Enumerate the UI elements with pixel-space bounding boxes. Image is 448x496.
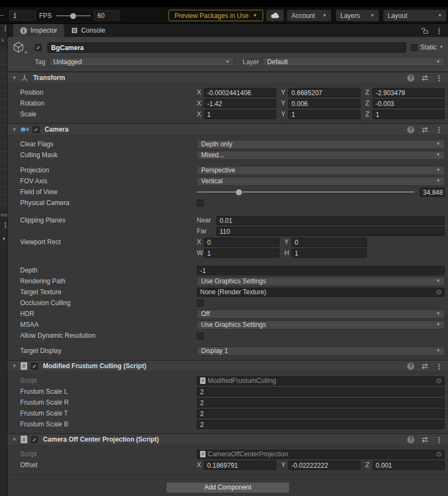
- rotation-x-input[interactable]: -1.42: [204, 99, 276, 108]
- viewport-w-input[interactable]: 1: [204, 249, 279, 258]
- fov-slider[interactable]: [197, 191, 414, 193]
- help-icon[interactable]: ?: [407, 436, 414, 443]
- gameobject-icon-button[interactable]: ▼: [12, 41, 28, 54]
- help-icon[interactable]: ?: [407, 126, 414, 133]
- scale-z-input[interactable]: 1: [372, 110, 445, 119]
- frustum-scale-b-input[interactable]: 2: [197, 420, 445, 429]
- camera-enabled-checkbox[interactable]: ✓: [33, 126, 40, 133]
- foldout-arrow-icon[interactable]: ▼: [12, 364, 17, 369]
- culling-mask-row: Culling Mask Mixed...▼: [8, 150, 448, 160]
- rendering-path-dropdown[interactable]: Use Graphics Settings▼: [197, 277, 445, 286]
- culling-mask-dropdown[interactable]: Mixed...▼: [197, 151, 445, 160]
- far-clip-input[interactable]: 110: [216, 227, 445, 236]
- fov-value-input[interactable]: 34.848: [420, 188, 445, 197]
- script-icon: #: [200, 451, 206, 457]
- kebab-menu-icon[interactable]: ⋮: [435, 75, 443, 82]
- tab-console[interactable]: Console: [64, 24, 112, 37]
- msaa-dropdown[interactable]: Use Graphics Settings▼: [197, 320, 445, 330]
- kebab-menu-icon[interactable]: ⋮: [435, 436, 443, 443]
- hdr-dropdown[interactable]: Off▼: [197, 309, 445, 319]
- layer-dropdown[interactable]: Default ▼: [263, 57, 445, 66]
- preview-packages-button[interactable]: Preview Packages in Use ▼: [169, 10, 263, 21]
- fps-slider-thumb[interactable]: [70, 13, 76, 19]
- gameobject-name-input[interactable]: BgCamera: [47, 42, 406, 53]
- frustum-culling-header[interactable]: ▼ # ✓ Modified Frustum Culling (Script) …: [8, 360, 448, 372]
- kebab-menu-icon[interactable]: ⋮: [435, 27, 443, 34]
- script-row: Script #CameraOffCenterProjection⊙: [8, 449, 448, 460]
- presets-icon[interactable]: [421, 363, 428, 370]
- tab-inspector[interactable]: i Inspector: [13, 24, 64, 37]
- layout-dropdown[interactable]: Layout ▼: [383, 10, 446, 21]
- static-control[interactable]: Static ▼: [410, 44, 445, 51]
- tag-dropdown[interactable]: Untagged ▼: [49, 57, 234, 66]
- rotation-y-input[interactable]: 0.006: [288, 99, 360, 108]
- physical-camera-checkbox[interactable]: [197, 200, 204, 207]
- script-object-field[interactable]: #ModifiedFrustumCulling⊙: [197, 376, 445, 386]
- off-center-projection-header[interactable]: ▼ # ✓ Camera Off Center Projection (Scri…: [8, 433, 448, 445]
- fps-max-input[interactable]: 60: [94, 10, 120, 21]
- viewport-x-input[interactable]: 0: [204, 238, 279, 247]
- account-dropdown[interactable]: Account ▼: [287, 10, 331, 21]
- object-picker-icon[interactable]: ⊙: [436, 451, 441, 457]
- offset-x-input[interactable]: 0.1869791: [204, 461, 276, 470]
- kebab-menu-icon[interactable]: ⋮: [435, 363, 443, 370]
- gameobject-header: ▼ ✓ BgCamera Static ▼ Tag Untagged ▼: [8, 37, 448, 72]
- cloud-button[interactable]: [266, 10, 284, 21]
- frustum-scale-l-input[interactable]: 2: [197, 387, 445, 396]
- help-icon[interactable]: ?: [407, 75, 414, 82]
- script-object-field[interactable]: #CameraOffCenterProjection⊙: [197, 450, 445, 459]
- help-icon[interactable]: ?: [407, 363, 414, 370]
- chevron-down-icon: ▼: [436, 323, 440, 327]
- inspector-panel: i Inspector Console: [8, 24, 448, 496]
- transform-header[interactable]: ▼ Transform ? ⋮: [8, 72, 448, 84]
- frustum-scale-t-row: Frustum Scale T 2: [8, 408, 448, 419]
- dynamic-resolution-checkbox[interactable]: [197, 332, 204, 339]
- foldout-arrow-icon[interactable]: ▼: [12, 76, 17, 80]
- gameobject-active-checkbox[interactable]: ✓: [35, 44, 42, 51]
- position-z-input[interactable]: -2.903479: [372, 88, 445, 97]
- add-component-button[interactable]: Add Component: [166, 482, 290, 493]
- offset-y-input[interactable]: -0.02222222: [288, 461, 360, 470]
- chevron-down-icon[interactable]: ▼: [2, 237, 6, 241]
- kebab-menu-icon[interactable]: ⋮: [2, 222, 9, 228]
- offset-z-input[interactable]: 0.001: [372, 461, 445, 470]
- fov-slider-thumb[interactable]: [236, 189, 242, 195]
- presets-icon[interactable]: [421, 75, 428, 82]
- chevron-down-icon: ▼: [436, 142, 440, 146]
- foldout-arrow-icon[interactable]: ▼: [12, 437, 17, 442]
- rotation-z-input[interactable]: -0.003: [372, 99, 445, 108]
- near-clip-input[interactable]: 0.01: [216, 216, 445, 225]
- target-display-dropdown[interactable]: Display 1▼: [197, 346, 445, 356]
- kebab-menu-icon[interactable]: ⋮: [435, 126, 443, 133]
- frustum-scale-r-input[interactable]: 2: [197, 398, 445, 407]
- static-checkbox[interactable]: [410, 44, 418, 51]
- scale-y-input[interactable]: 1: [288, 110, 360, 119]
- projection-dropdown[interactable]: Perspective▼: [197, 166, 445, 175]
- presets-icon[interactable]: [421, 436, 428, 443]
- fov-axis-dropdown[interactable]: Vertical▼: [197, 177, 445, 186]
- viewport-h-input[interactable]: 1: [291, 249, 367, 258]
- layers-dropdown[interactable]: Layers ▼: [336, 10, 379, 21]
- object-picker-icon[interactable]: ⊙: [436, 377, 441, 384]
- scale-x-input[interactable]: 1: [204, 110, 276, 119]
- object-picker-icon[interactable]: ⊙: [436, 289, 441, 295]
- frustum-culling-enabled-checkbox[interactable]: ✓: [31, 363, 38, 370]
- viewport-y-input[interactable]: 0: [291, 238, 367, 247]
- fps-min-input[interactable]: 1: [9, 10, 36, 21]
- depth-input[interactable]: -1: [197, 266, 445, 275]
- camera-header[interactable]: ▼ ✓ Camera ? ⋮: [8, 123, 448, 135]
- position-y-input[interactable]: 0.6685207: [288, 88, 360, 97]
- target-texture-field[interactable]: None (Render Texture)⊙: [197, 288, 445, 297]
- unlock-icon[interactable]: [421, 27, 428, 34]
- position-x-input[interactable]: -0.0002441406: [204, 88, 276, 97]
- hdr-row: HDR Off▼: [8, 308, 448, 319]
- kebab-menu-icon[interactable]: ⋮: [2, 25, 9, 32]
- occlusion-culling-checkbox[interactable]: [197, 300, 204, 307]
- fps-slider[interactable]: [56, 15, 91, 16]
- clipped-list-rows: [0, 47, 7, 210]
- presets-icon[interactable]: [421, 126, 428, 133]
- foldout-arrow-icon[interactable]: ▼: [12, 127, 17, 132]
- off-center-enabled-checkbox[interactable]: ✓: [31, 436, 38, 443]
- clear-flags-dropdown[interactable]: Depth only▼: [197, 140, 445, 149]
- frustum-scale-t-input[interactable]: 2: [197, 409, 445, 418]
